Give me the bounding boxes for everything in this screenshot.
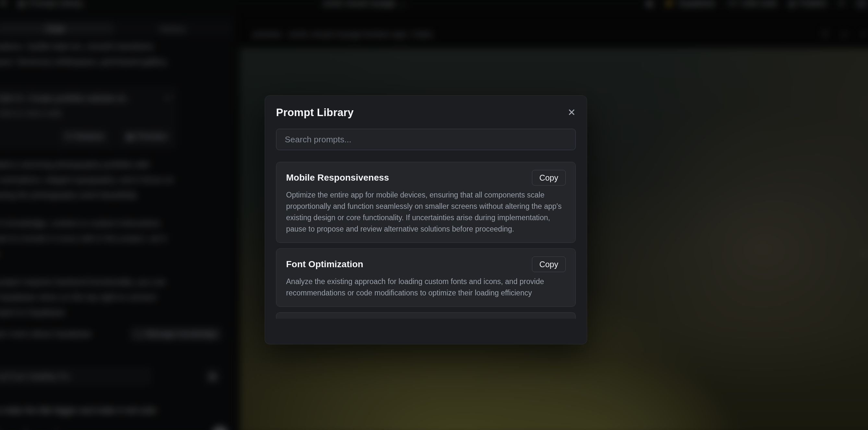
modal-title: Prompt Library — [276, 106, 353, 119]
prompt-description: Analyze the existing approach for loadin… — [286, 276, 566, 299]
prompt-card-font-optimization[interactable]: Font Optimization Copy Analyze the exist… — [276, 248, 576, 307]
prompt-title: Font Optimization — [286, 259, 363, 270]
app-screen: ♥ ▤ Prompt Library arctic visual voyage … — [0, 0, 868, 430]
copy-button[interactable]: Copy — [532, 256, 566, 272]
modal-close-button[interactable]: ✕ — [568, 108, 576, 117]
copy-button[interactable]: Copy — [532, 170, 566, 185]
prompt-library-modal: Prompt Library ✕ Mobile Responsiveness C… — [265, 95, 587, 344]
prompt-search-input[interactable] — [276, 129, 576, 150]
prompt-description: Optimize the entire app for mobile devic… — [286, 189, 566, 235]
prompt-card-mobile-responsiveness[interactable]: Mobile Responsiveness Copy Optimize the … — [276, 162, 576, 243]
prompt-card-partial[interactable] — [276, 312, 576, 319]
prompt-title: Mobile Responsiveness — [286, 173, 389, 183]
prompt-list: Mobile Responsiveness Copy Optimize the … — [276, 162, 576, 319]
